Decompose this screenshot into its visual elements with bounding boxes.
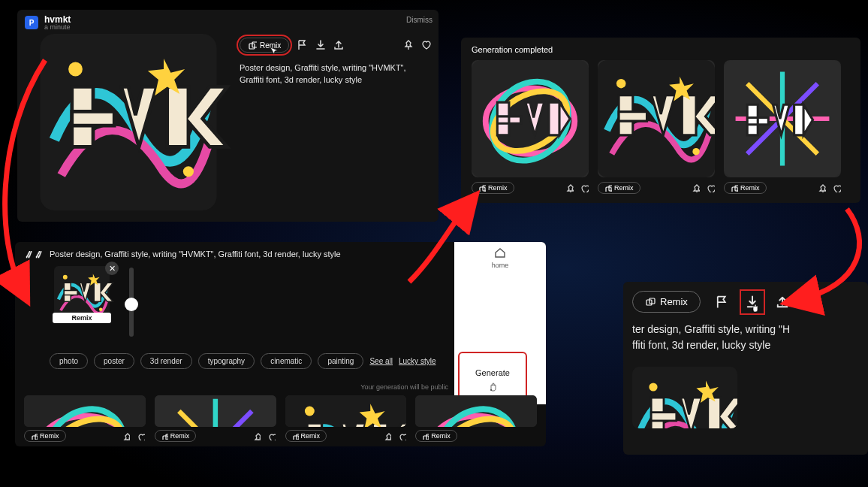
tag-3d-render[interactable]: 3d render	[140, 353, 192, 369]
download-panel: Remix ter design, Graffiti style, writin…	[623, 282, 868, 455]
reference-image[interactable]: ✕ Remix	[50, 266, 114, 322]
flag-icon[interactable]	[714, 294, 731, 310]
see-all-link[interactable]: See all	[369, 357, 393, 365]
avatar[interactable]: P	[25, 16, 38, 29]
prompt-line-2: ffiti font, 3d render, lucky style	[632, 337, 859, 353]
tag-photo[interactable]: photo	[50, 353, 88, 369]
prompt-text: Poster design, Graffiti style, writing "…	[240, 62, 431, 86]
generation-panel: Generation completed Remix Remix	[461, 38, 860, 203]
heart-icon[interactable]	[267, 431, 276, 440]
remix-button[interactable]: Remix	[285, 430, 327, 442]
pin-icon[interactable]	[122, 431, 131, 440]
flag-icon[interactable]	[297, 40, 307, 50]
prompt-line-1: ter design, Graffiti style, writing "H	[632, 322, 859, 337]
gen-image[interactable]	[598, 60, 715, 177]
remix-button[interactable]: Remix	[472, 182, 514, 194]
tag-cinematic[interactable]: cinematic	[261, 353, 312, 369]
strip-card: Remix	[155, 395, 276, 442]
reference-tag: Remix	[53, 313, 111, 323]
close-icon[interactable]: ✕	[105, 262, 119, 275]
heart-icon[interactable]	[137, 431, 146, 440]
download-icon[interactable]	[315, 40, 325, 50]
remix-button[interactable]: Remix	[724, 182, 767, 194]
pin-icon[interactable]	[565, 183, 574, 192]
tag-painting[interactable]: painting	[318, 353, 363, 369]
gallery-strip: Remix Remix Remix Remix	[24, 395, 537, 442]
gen-card: Remix	[724, 60, 841, 194]
editor-panel: home Generate ⫽⫽ Poster design, Graffiti…	[15, 242, 546, 446]
remix-button[interactable]: Remix	[632, 291, 701, 313]
dismiss-link[interactable]: Dismiss	[406, 16, 432, 24]
remix-button[interactable]: Remix	[155, 430, 197, 442]
heart-icon[interactable]	[832, 183, 841, 192]
strip-image[interactable]	[285, 395, 407, 427]
pin-icon[interactable]	[252, 431, 261, 440]
remix-button[interactable]: Remix	[598, 182, 640, 194]
post-image[interactable]	[25, 34, 232, 210]
gen-image[interactable]	[724, 60, 841, 177]
strip-card: Remix	[415, 395, 537, 442]
strength-slider[interactable]	[129, 268, 134, 337]
heart-icon[interactable]	[420, 40, 431, 50]
pin-icon[interactable]	[691, 183, 700, 192]
heart-icon[interactable]	[706, 183, 715, 192]
gen-card: Remix	[598, 60, 715, 194]
strip-card: Remix	[285, 395, 407, 442]
gen-image[interactable]	[472, 60, 589, 177]
gen-card: Remix	[472, 60, 589, 194]
preview-thumb[interactable]	[632, 367, 737, 428]
pin-icon[interactable]	[402, 40, 413, 50]
generation-title: Generation completed	[472, 45, 850, 54]
remix-button[interactable]: Remix	[415, 430, 457, 442]
post-time: a minute	[44, 23, 71, 31]
action-row: Remix	[240, 34, 431, 56]
home-icon[interactable]	[493, 247, 507, 260]
remix-label: Remix	[660, 296, 688, 307]
generate-label: Generate	[475, 368, 510, 377]
strip-card: Remix	[24, 395, 146, 442]
share-icon[interactable]	[333, 40, 343, 50]
remix-button[interactable]: Remix	[240, 38, 289, 53]
heart-icon[interactable]	[397, 431, 406, 440]
pin-icon[interactable]	[817, 183, 826, 192]
post-panel: P hvmkt a minute Dismiss Remix Pos	[17, 10, 439, 222]
download-icon[interactable]	[744, 294, 761, 310]
pin-icon[interactable]	[382, 431, 391, 440]
strip-image[interactable]	[155, 395, 276, 427]
tag-typography[interactable]: typography	[198, 353, 255, 369]
app-logo[interactable]: ⫽⫽	[24, 248, 44, 260]
post-header: P hvmkt a minute Dismiss	[17, 10, 439, 34]
strip-image[interactable]	[415, 395, 537, 427]
heart-icon[interactable]	[580, 183, 589, 192]
remix-button[interactable]: Remix	[24, 430, 66, 442]
public-note: Your generation will be public	[360, 383, 448, 391]
tag-poster[interactable]: poster	[94, 353, 134, 369]
slider-knob[interactable]	[125, 298, 138, 311]
strip-image[interactable]	[24, 395, 146, 427]
share-icon[interactable]	[774, 294, 791, 310]
lucky-style-link[interactable]: Lucky style	[399, 357, 436, 365]
